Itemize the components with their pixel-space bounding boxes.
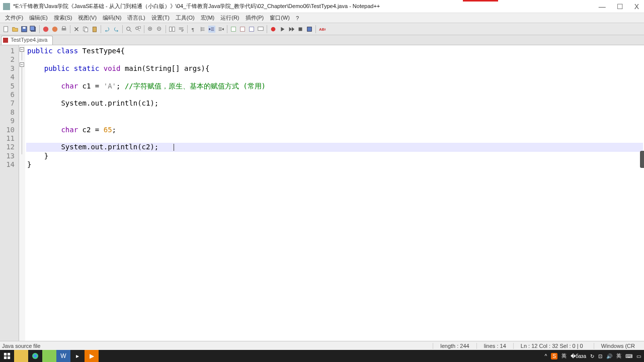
action-center-icon[interactable]: ▭ bbox=[636, 353, 641, 359]
svg-rect-17 bbox=[170, 27, 172, 31]
code-line[interactable]: char c1 = 'A'; //字符赋值，原生、基本的赋值方式 (常用) bbox=[26, 82, 643, 90]
fold-column[interactable]: −− bbox=[19, 45, 25, 342]
copy-icon[interactable] bbox=[82, 25, 90, 33]
record-icon[interactable] bbox=[269, 25, 277, 33]
svg-rect-2 bbox=[23, 27, 25, 29]
folder-view-icon[interactable] bbox=[248, 25, 256, 33]
explorer-icon[interactable] bbox=[14, 350, 28, 362]
close-button[interactable]: X bbox=[632, 3, 641, 11]
zoom-in-icon[interactable] bbox=[146, 25, 154, 33]
code-line[interactable]: public class TestType4{ bbox=[26, 47, 643, 55]
close-file-icon[interactable] bbox=[42, 25, 50, 33]
wrap-icon[interactable] bbox=[177, 25, 185, 33]
indent-more-icon[interactable] bbox=[217, 25, 225, 33]
function-list-icon[interactable] bbox=[229, 25, 237, 33]
zoom-out-icon[interactable] bbox=[155, 25, 164, 33]
ime-dir[interactable]: 英 bbox=[616, 352, 621, 359]
menu-item[interactable]: 视图(V) bbox=[75, 13, 100, 23]
start-button[interactable] bbox=[0, 350, 14, 362]
sync-icon[interactable]: ↻ bbox=[590, 353, 594, 359]
code-line[interactable] bbox=[26, 117, 643, 125]
media-icon[interactable]: ▶ bbox=[85, 350, 99, 362]
wps-icon[interactable]: W bbox=[56, 350, 70, 362]
editor[interactable]: 1234567891011121314 −− public class Test… bbox=[0, 45, 644, 342]
toolbar-separator bbox=[315, 25, 316, 33]
menu-item[interactable]: 工具(O) bbox=[173, 13, 198, 23]
redo-icon[interactable] bbox=[112, 25, 120, 33]
menu-item[interactable]: ? bbox=[293, 14, 302, 22]
undo-icon[interactable] bbox=[103, 25, 111, 33]
tray-expand-icon[interactable]: ^ bbox=[545, 353, 547, 359]
app-icon bbox=[3, 3, 10, 10]
side-handle[interactable] bbox=[640, 151, 644, 168]
cut-icon[interactable] bbox=[72, 25, 80, 33]
save-macro-icon[interactable] bbox=[305, 25, 313, 33]
stop-icon[interactable] bbox=[296, 25, 304, 33]
code-line[interactable] bbox=[26, 73, 643, 81]
code-area[interactable]: public class TestType4{ public static vo… bbox=[25, 45, 644, 342]
code-line[interactable]: public static void main(String[] args){ bbox=[26, 64, 643, 73]
system-tray[interactable]: ^ S 英 �база ↻ ⊡ 🔊 英 ⌨ ▭ bbox=[545, 352, 644, 359]
replace-icon[interactable] bbox=[134, 25, 142, 33]
open-file-icon[interactable] bbox=[11, 25, 19, 33]
chrome-icon[interactable] bbox=[28, 350, 42, 362]
code-line[interactable]: System.out.println(c2); bbox=[26, 143, 643, 151]
close-all-icon[interactable] bbox=[51, 25, 59, 33]
indent-guide-icon[interactable] bbox=[199, 25, 207, 33]
find-icon[interactable] bbox=[125, 25, 133, 33]
location-icon[interactable]: �база bbox=[571, 353, 586, 359]
menu-item[interactable]: 搜索(S) bbox=[51, 13, 75, 23]
menu-item[interactable]: 运行(R) bbox=[217, 13, 242, 23]
code-line[interactable] bbox=[26, 134, 643, 143]
ime-badge[interactable]: S bbox=[551, 353, 557, 359]
svg-rect-30 bbox=[4, 356, 7, 359]
menu-item[interactable]: 宏(M) bbox=[198, 13, 218, 23]
sync-scroll-icon[interactable] bbox=[168, 25, 176, 33]
terminal-icon[interactable]: ▸ bbox=[70, 350, 85, 362]
save-icon[interactable] bbox=[20, 25, 28, 33]
code-line[interactable] bbox=[26, 55, 643, 64]
statusbar: Java source file length : 244 lines : 14… bbox=[0, 341, 644, 350]
svg-rect-4 bbox=[30, 26, 35, 30]
toolbar-separator bbox=[267, 25, 267, 33]
play-multi-icon[interactable] bbox=[287, 25, 295, 33]
minimize-button[interactable]: — bbox=[597, 3, 608, 11]
paste-icon[interactable] bbox=[91, 25, 99, 33]
code-line[interactable] bbox=[26, 90, 643, 99]
code-line[interactable]: } bbox=[26, 152, 643, 160]
notepadpp-icon[interactable] bbox=[42, 350, 56, 362]
svg-rect-21 bbox=[240, 27, 245, 31]
maximize-button[interactable]: ☐ bbox=[615, 3, 625, 11]
new-file-icon[interactable] bbox=[2, 25, 10, 33]
indent-less-icon[interactable] bbox=[208, 25, 216, 33]
toolbar-separator bbox=[187, 25, 188, 33]
ime-lang[interactable]: 英 bbox=[561, 352, 567, 359]
spellcheck-icon[interactable]: ABC bbox=[318, 25, 326, 33]
menu-item[interactable]: 设置(T) bbox=[148, 13, 173, 23]
code-line[interactable]: } bbox=[26, 160, 643, 169]
save-all-icon[interactable] bbox=[29, 25, 37, 33]
menu-item[interactable]: 插件(P) bbox=[243, 13, 267, 23]
svg-rect-10 bbox=[85, 28, 88, 32]
doc-map-icon[interactable] bbox=[238, 25, 247, 33]
window-controls: — ☐ X bbox=[597, 3, 641, 11]
show-all-chars-icon[interactable]: ¶ bbox=[190, 25, 198, 33]
menu-item[interactable]: 编辑(E) bbox=[26, 13, 51, 23]
file-tab[interactable]: TestType4.java bbox=[1, 36, 53, 45]
keyboard-icon[interactable]: ⌨ bbox=[625, 353, 632, 359]
menu-item[interactable]: 文件(F) bbox=[2, 13, 26, 23]
menu-item[interactable]: 编码(N) bbox=[100, 13, 124, 23]
svg-rect-28 bbox=[4, 353, 7, 355]
svg-rect-18 bbox=[173, 27, 175, 31]
svg-rect-0 bbox=[4, 26, 8, 32]
menu-item[interactable]: 窗口(W) bbox=[267, 13, 293, 23]
volume-icon[interactable]: 🔊 bbox=[606, 353, 612, 359]
menu-item[interactable]: 语言(L) bbox=[124, 13, 148, 23]
code-line[interactable] bbox=[26, 108, 643, 117]
network-icon[interactable]: ⊡ bbox=[598, 353, 602, 359]
code-line[interactable]: char c2 = 65; bbox=[26, 126, 643, 134]
monitor-icon[interactable] bbox=[257, 25, 265, 33]
play-icon[interactable] bbox=[278, 25, 286, 33]
code-line[interactable]: System.out.println(c1); bbox=[26, 99, 643, 108]
print-icon[interactable] bbox=[60, 25, 68, 33]
